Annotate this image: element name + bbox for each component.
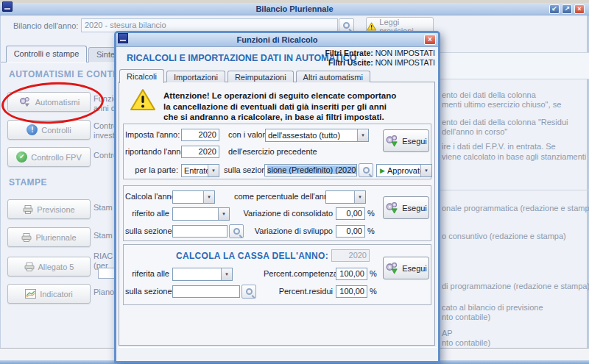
sezione-input[interactable]: sione (Predefinito) (2020) (264, 164, 357, 176)
cassa-anno-input: 2020 (331, 249, 370, 262)
dropdown-arrow-icon[interactable] (420, 165, 431, 176)
approvato-select[interactable]: ▶ Approvato (376, 164, 432, 177)
calcola-cassa-group: CALCOLA LA CASSA DELL'ANNO: 2020 riferit… (123, 244, 431, 305)
restore-button[interactable]: ↙ (549, 4, 560, 14)
percentuale-anno-select[interactable] (325, 190, 366, 204)
riferita-alle-select[interactable] (172, 268, 233, 281)
riportando-anno-input[interactable]: 2020 (181, 146, 219, 158)
background-text: onale programmatica (redazione e stampa) (442, 204, 589, 213)
calcola-cassa-title: CALCOLA LA CASSA DELL'ANNO: (124, 251, 328, 261)
percent-sign: % (370, 269, 377, 278)
esegui-button-1[interactable]: Esegui (383, 129, 429, 152)
previsione-label: Previsione (37, 205, 74, 214)
right-panel-separator (440, 190, 589, 190)
background-text: di programmazione (redazione e stampa) (442, 282, 589, 290)
percent-competenza-label: Percent.competenza (264, 269, 333, 278)
allegato-description: RIAC (94, 251, 113, 260)
warning-icon (367, 22, 376, 31)
filtri-entrate-value: NON IMPOSTATI (375, 49, 435, 57)
percent-sign: % (367, 209, 375, 218)
printer-icon (23, 205, 33, 214)
dropdown-arrow-icon[interactable] (354, 191, 365, 203)
tab-altri-automatismi[interactable]: Altri automatismi (296, 71, 370, 82)
previsione-button[interactable]: Previsione (7, 199, 91, 219)
percent-competenza-input[interactable]: 100,00 (336, 268, 367, 280)
background-text: cato al bilancio di previsione (442, 303, 543, 312)
dropdown-arrow-icon[interactable] (203, 191, 214, 203)
tab-controlli-e-stampe[interactable]: Controlli e stampe (6, 46, 87, 63)
imposta-anno-group: Imposta l'anno: 2020 con i valori dell'a… (123, 124, 431, 179)
search-icon (343, 22, 350, 29)
filtri-entrate-label: Filtri Entrate: (325, 49, 373, 57)
dropdown-arrow-icon[interactable] (218, 208, 229, 220)
con-valori-select[interactable]: dell'assestato (tutto) (265, 129, 369, 142)
esegui-button-2[interactable]: Esegui (383, 196, 429, 219)
background-text: viene calcolato in base agli stanziament… (442, 152, 586, 161)
esegui-button-3[interactable]: Esegui (383, 257, 429, 279)
tab-ricalcoli[interactable]: Ricalcoli (119, 69, 164, 83)
warning-text: Attenzione! Le operazioni di seguito ele… (163, 90, 396, 123)
calcola-anno-select[interactable] (172, 190, 215, 204)
percentuale-anno-label: come percentuale dell'anno (234, 192, 322, 201)
gears-run-icon (385, 201, 399, 214)
tab-importazioni[interactable]: Importazioni (166, 71, 225, 82)
printer-icon (21, 233, 32, 242)
pluriennale-description: Stam (94, 231, 113, 240)
background-text: AP (442, 329, 453, 338)
controllo-fpv-button[interactable]: Controllo FPV (7, 147, 91, 167)
warning-icon (130, 88, 156, 111)
riportando-anno-label: riportando l'anno (125, 147, 178, 156)
con-valori-label: con i valori (228, 130, 267, 139)
dropdown-arrow-icon[interactable] (221, 268, 232, 280)
sezione-search-button[interactable] (359, 163, 373, 177)
allegato5-label: Allegato 5 (38, 263, 74, 271)
riferito-alle-select[interactable] (172, 207, 230, 221)
parte-select[interactable]: Entrate (181, 164, 219, 177)
main-titlebar: Bilancio Pluriennale ↙ ↗ × (0, 3, 589, 15)
play-icon: ▶ (377, 167, 385, 174)
riferita-alle-label: riferita alle (125, 269, 169, 278)
dialog-close-button[interactable]: × (424, 35, 436, 45)
background-text: ento dei dati della colonna "Residui (442, 118, 568, 126)
search-icon (246, 288, 253, 295)
calcola-anno-group: Calcola l'anno come percentuale dell'ann… (123, 185, 431, 241)
variazione-sviluppo-input[interactable]: 0,00 (336, 225, 365, 238)
filters-status: Filtri Entrate: NON IMPOSTATI Filtri Usc… (325, 49, 435, 68)
sezione-input-2[interactable] (172, 225, 228, 238)
maximize-button[interactable]: ↗ (562, 4, 572, 14)
controllo-fpv-label: Controllo FPV (31, 153, 81, 162)
sezione-input-3[interactable] (172, 285, 240, 298)
filtri-uscite-value: NON IMPOSTATI (375, 58, 435, 67)
per-la-parte-label: per la parte: (125, 165, 178, 174)
variazione-sviluppo-label: Variazione di sviluppo (241, 226, 333, 235)
variazione-consolidato-input[interactable]: 0,00 (336, 207, 365, 220)
background-text: ento dei dati della colonna (442, 90, 536, 99)
dropdown-arrow-icon[interactable] (357, 129, 368, 141)
search-icon (233, 228, 240, 235)
red-annotation-circle (1, 79, 105, 126)
dialog-header: RICALCOLI E IMPORTAZIONE DATI IN AUTOMAT… (127, 53, 356, 63)
ricalcoli-tab-panel: Attenzione! Le operazioni di seguito ele… (119, 82, 435, 346)
allegato5-button[interactable]: Allegato 5 (7, 257, 91, 276)
gears-run-icon (385, 262, 399, 274)
indicatori-button[interactable]: Indicatori (7, 284, 91, 304)
dialog-statusbar-divider (118, 347, 437, 348)
sulla-sezione-label: sulla sezione (125, 287, 169, 296)
sezione-search-button-3[interactable] (241, 285, 256, 299)
percent-residui-label: Percent.residui (264, 287, 333, 296)
imposta-anno-input[interactable]: 2020 (181, 129, 219, 141)
dropdown-arrow-icon[interactable] (208, 165, 219, 176)
background-text: nto contabile) (442, 338, 490, 347)
tab-reimputazioni[interactable]: Reimputazioni (228, 71, 294, 82)
gears-run-icon (385, 135, 399, 147)
background-text: ire i dati del F.P.V. in entrata. Se (442, 142, 556, 151)
funzioni-ricalcolo-dialog: Funzioni di Ricalcolo × RICALCOLI E IMPO… (114, 31, 440, 363)
percent-residui-input[interactable]: 100,00 (336, 285, 367, 298)
close-button[interactable]: × (574, 4, 585, 14)
riferito-alle-label: riferito alle (125, 209, 169, 218)
imposta-anno-label: Imposta l'anno: (125, 130, 178, 139)
controlli-label: Controlli (41, 126, 71, 135)
percent-sign: % (367, 226, 375, 235)
dialog-title: Funzioni di Ricalcolo (116, 35, 438, 44)
pluriennale-button[interactable]: Pluriennale (7, 227, 91, 247)
